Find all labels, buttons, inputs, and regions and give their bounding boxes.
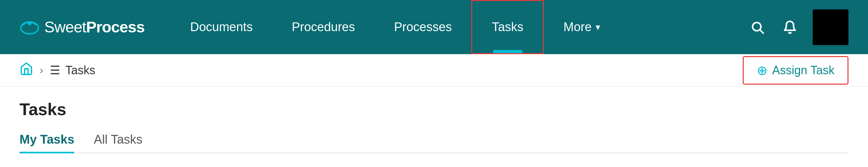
bell-icon bbox=[783, 20, 797, 34]
tasks-list-icon: ☰ bbox=[50, 64, 60, 77]
brand-name: SweetProcess bbox=[44, 18, 145, 36]
home-icon[interactable] bbox=[20, 62, 33, 79]
assign-task-button[interactable]: ⊕ Assign Task bbox=[743, 56, 848, 85]
breadcrumb-bar: › ☰ Tasks ⊕ Assign Task bbox=[0, 54, 868, 87]
svg-point-1 bbox=[28, 21, 32, 25]
nav-menu: Documents Procedures Processes Tasks Mor… bbox=[170, 0, 748, 54]
breadcrumb: › ☰ Tasks bbox=[20, 62, 95, 79]
nav-item-more[interactable]: More ▾ bbox=[544, 0, 620, 54]
navbar-actions bbox=[748, 9, 848, 45]
page-title: Tasks bbox=[20, 99, 848, 119]
main-content: Tasks My Tasks All Tasks bbox=[0, 87, 868, 153]
breadcrumb-label: Tasks bbox=[65, 64, 95, 77]
nav-item-processes[interactable]: Processes bbox=[375, 0, 471, 54]
chevron-down-icon: ▾ bbox=[596, 22, 600, 33]
breadcrumb-current: ☰ Tasks bbox=[50, 64, 95, 77]
navbar: SweetProcess Documents Procedures Proces… bbox=[0, 0, 868, 54]
tab-all-tasks[interactable]: All Tasks bbox=[94, 133, 142, 153]
nav-item-tasks[interactable]: Tasks bbox=[471, 0, 544, 54]
search-button[interactable] bbox=[748, 17, 767, 37]
sweetprocess-logo-icon bbox=[20, 17, 40, 37]
tab-my-tasks[interactable]: My Tasks bbox=[20, 133, 74, 153]
notifications-button[interactable] bbox=[780, 17, 800, 37]
nav-item-documents[interactable]: Documents bbox=[170, 0, 272, 54]
assign-plus-icon: ⊕ bbox=[757, 63, 768, 78]
breadcrumb-separator: › bbox=[40, 64, 43, 76]
brand-logo-area[interactable]: SweetProcess bbox=[20, 17, 145, 37]
tabs-row: My Tasks All Tasks bbox=[20, 132, 848, 153]
user-avatar[interactable] bbox=[813, 9, 848, 45]
search-icon bbox=[750, 20, 765, 34]
nav-item-procedures[interactable]: Procedures bbox=[272, 0, 374, 54]
svg-line-3 bbox=[760, 30, 763, 33]
